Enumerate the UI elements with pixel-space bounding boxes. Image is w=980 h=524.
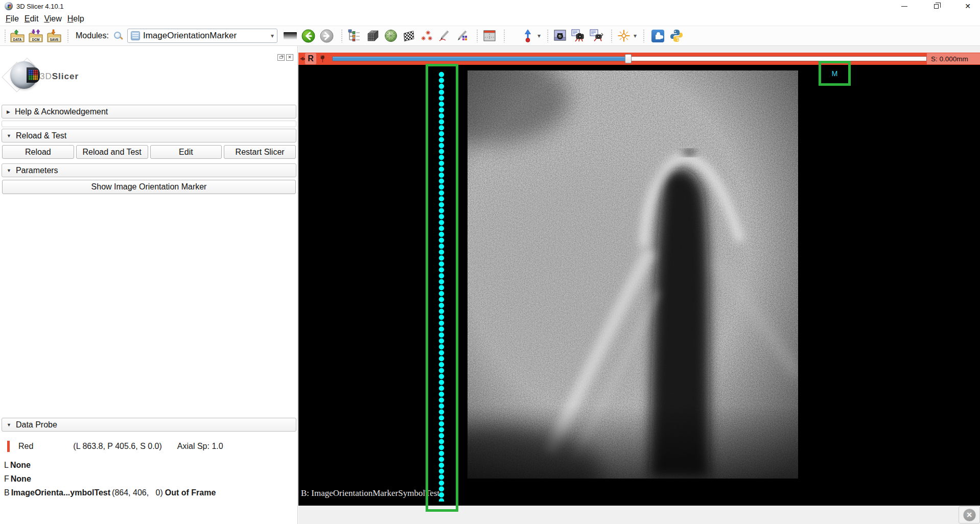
toolbar-grip[interactable]: [547, 29, 549, 42]
module-history-button[interactable]: [283, 28, 298, 43]
slice-marker-button[interactable]: [520, 28, 535, 43]
selected-module: ImageOrientationMarker: [143, 31, 269, 41]
search-icon: [113, 31, 123, 41]
volumes-button[interactable]: [365, 28, 380, 43]
extensions-puzzle-icon: [651, 30, 664, 42]
reload-button[interactable]: Reload: [2, 145, 74, 159]
slice-offset-value: S: 0.000mm: [927, 53, 980, 64]
mesh-sphere-icon: [384, 29, 398, 42]
module-forward-button[interactable]: [319, 28, 335, 43]
hierarchy-tree-icon: [347, 29, 361, 42]
reload-buttons-row: Reload Reload and Test Edit Restart Slic…: [2, 145, 296, 159]
minimize-icon: [901, 6, 907, 7]
close-icon: ✕: [965, 3, 971, 10]
section-reload-test[interactable]: ▼ Reload & Test: [2, 129, 296, 142]
cyan-dotted-marker-line: [438, 72, 445, 502]
module-search-button[interactable]: [112, 28, 124, 43]
main-toolbar: DATA DCM SAVE Modules:: [0, 26, 980, 46]
menu-view[interactable]: View: [44, 14, 61, 23]
close-icon: ✕: [963, 509, 976, 521]
chevron-down-icon[interactable]: ▾: [634, 32, 637, 39]
scene-view-restore-icon: [590, 29, 604, 42]
pushpin-icon[interactable]: [319, 55, 326, 63]
collapse-pin-icon[interactable]: [300, 57, 304, 61]
red-slice-color-swatch: [7, 441, 10, 452]
dicom-button[interactable]: DCM: [28, 28, 43, 43]
menu-edit[interactable]: Edit: [25, 14, 39, 23]
toolbar-grip[interactable]: [643, 29, 645, 42]
extensions-manager-button[interactable]: [650, 28, 666, 43]
close-button[interactable]: ✕: [958, 0, 978, 12]
history-icon: [284, 32, 297, 39]
reload-and-test-button[interactable]: Reload and Test: [76, 145, 148, 159]
hide-panel-button[interactable]: ✕: [286, 54, 293, 61]
slider-handle[interactable]: [625, 54, 632, 63]
restore-icon: [934, 4, 939, 9]
close-icon: ✕: [288, 55, 292, 60]
section-parameters[interactable]: ▼ Parameters: [2, 163, 296, 177]
screenshot-camera-icon: [553, 29, 567, 42]
edit-button[interactable]: Edit: [150, 145, 222, 159]
triangle-right-icon: ▶: [7, 109, 10, 114]
window-title: 3D Slicer 4.10.1: [16, 3, 64, 10]
scene-view-camera-icon: [571, 29, 586, 42]
screenshot-button[interactable]: [552, 28, 568, 43]
restart-slicer-button[interactable]: Restart Slicer: [224, 145, 296, 159]
section-help-acknowledgement[interactable]: ▶ Help & Acknowledgement: [2, 105, 296, 118]
toolbar-grip[interactable]: [503, 29, 506, 42]
pencil-colors-icon: [456, 29, 469, 42]
probe-spacing: Axial Sp: 1.0: [177, 442, 223, 451]
chevron-down-icon[interactable]: ▾: [538, 32, 541, 39]
load-data-icon: DATA: [10, 29, 25, 43]
markups-button[interactable]: ✳ ✳ ✳: [420, 29, 433, 42]
save-button[interactable]: SAVE: [46, 28, 62, 43]
highlight-rect-orientation-letter: M: [819, 61, 851, 86]
slice-orientation-menu[interactable]: R: [305, 53, 316, 64]
segment-editor-button[interactable]: [455, 28, 470, 43]
toolbar-grip[interactable]: [4, 29, 7, 42]
menu-bar: File Edit View Help: [0, 12, 980, 26]
app-icon: [5, 2, 13, 10]
toolbar-grip[interactable]: [341, 29, 343, 42]
module-back-button[interactable]: [301, 28, 316, 43]
probe-layer-label: L None: [4, 461, 293, 472]
scene-view-capture-button[interactable]: [571, 28, 586, 43]
modules-combobox[interactable]: ImageOrientationMarker ▾: [127, 29, 277, 43]
panel-controls: ✕: [277, 54, 293, 61]
forward-arrow-icon: [320, 29, 334, 43]
toolbar-grip[interactable]: [611, 29, 613, 42]
models-button[interactable]: [383, 28, 399, 43]
probe-ras-coords: (L 863.8, P 405.6, S 0.0): [73, 442, 161, 451]
menu-file[interactable]: File: [6, 14, 19, 23]
menu-help[interactable]: Help: [67, 14, 84, 23]
python-console-button[interactable]: [669, 28, 684, 43]
crosshair-button[interactable]: [616, 28, 632, 43]
subject-hierarchy-button[interactable]: [346, 28, 362, 43]
undock-panel-button[interactable]: [277, 54, 285, 61]
layout-selector-button[interactable]: [482, 28, 497, 43]
transforms-button[interactable]: [402, 28, 417, 43]
notification-close-button[interactable]: ✕: [959, 506, 980, 523]
dicom-icon: DCM: [28, 29, 43, 43]
show-image-orientation-marker-button[interactable]: Show Image Orientation Marker: [2, 180, 296, 194]
triangle-down-icon: ▼: [7, 422, 11, 427]
undock-icon: [279, 56, 283, 59]
orientation-marker-letter: M: [832, 69, 838, 78]
annotations-button[interactable]: [436, 28, 452, 43]
toolbar-grip[interactable]: [67, 29, 69, 42]
load-data-button[interactable]: DATA: [10, 28, 25, 43]
layout-icon: [483, 30, 496, 42]
logo-sphere: [10, 61, 38, 89]
modules-label: Modules:: [76, 31, 109, 40]
toolbar-grip[interactable]: [476, 29, 479, 42]
slicer-logo: 3DSlicer: [5, 60, 107, 96]
arrow-marker-icon: [522, 29, 533, 42]
probe-layer-background: B ImageOrienta...ymbolTest (864, 406, 0)…: [4, 488, 293, 499]
python-icon: [670, 29, 683, 42]
slice-canvas[interactable]: B: ImageOrientationMarkerSymbolTest: [298, 65, 980, 506]
minimize-button[interactable]: [894, 0, 915, 12]
scene-view-restore-button[interactable]: [589, 28, 604, 43]
save-icon: SAVE: [46, 29, 62, 43]
section-data-probe[interactable]: ▼ Data Probe: [2, 418, 296, 432]
restore-button[interactable]: [926, 0, 946, 12]
